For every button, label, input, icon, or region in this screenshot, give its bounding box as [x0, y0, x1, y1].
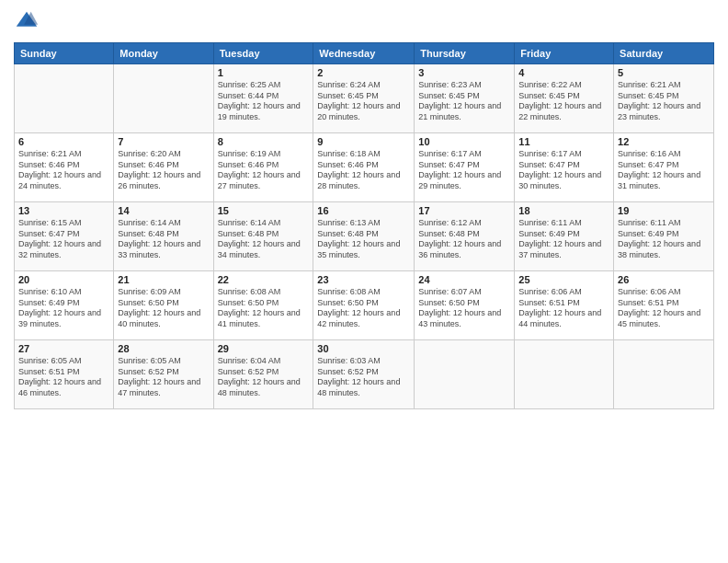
day-info: Sunrise: 6:03 AM Sunset: 6:52 PM Dayligh… — [317, 356, 410, 399]
calendar-cell: 16Sunrise: 6:13 AM Sunset: 6:48 PM Dayli… — [313, 202, 415, 271]
calendar-cell: 25Sunrise: 6:06 AM Sunset: 6:51 PM Dayli… — [515, 271, 614, 340]
day-number: 9 — [317, 136, 410, 147]
day-number: 15 — [218, 205, 310, 216]
day-info: Sunrise: 6:17 AM Sunset: 6:47 PM Dayligh… — [418, 149, 510, 192]
day-number: 10 — [418, 136, 510, 147]
calendar-cell: 2Sunrise: 6:24 AM Sunset: 6:45 PM Daylig… — [313, 64, 415, 133]
day-number: 18 — [518, 205, 609, 216]
calendar-cell: 22Sunrise: 6:08 AM Sunset: 6:50 PM Dayli… — [213, 271, 313, 340]
calendar-cell — [614, 340, 714, 409]
day-number: 24 — [418, 274, 510, 285]
day-info: Sunrise: 6:21 AM Sunset: 6:46 PM Dayligh… — [18, 149, 109, 192]
calendar-cell: 17Sunrise: 6:12 AM Sunset: 6:48 PM Dayli… — [415, 202, 515, 271]
day-info: Sunrise: 6:15 AM Sunset: 6:47 PM Dayligh… — [18, 218, 109, 261]
day-info: Sunrise: 6:23 AM Sunset: 6:45 PM Dayligh… — [418, 80, 510, 123]
calendar-cell — [15, 64, 114, 133]
day-number: 27 — [18, 343, 109, 354]
day-number: 22 — [218, 274, 310, 285]
day-info: Sunrise: 6:20 AM Sunset: 6:46 PM Dayligh… — [118, 149, 209, 192]
day-number: 30 — [317, 343, 410, 354]
weekday-header-friday: Friday — [515, 43, 614, 64]
calendar-cell: 9Sunrise: 6:18 AM Sunset: 6:46 PM Daylig… — [313, 133, 415, 202]
day-number: 28 — [118, 343, 209, 354]
day-number: 23 — [317, 274, 410, 285]
day-number: 11 — [518, 136, 609, 147]
calendar-cell: 10Sunrise: 6:17 AM Sunset: 6:47 PM Dayli… — [415, 133, 515, 202]
calendar-week-3: 13Sunrise: 6:15 AM Sunset: 6:47 PM Dayli… — [15, 202, 714, 271]
day-number: 16 — [317, 205, 410, 216]
calendar-cell: 8Sunrise: 6:19 AM Sunset: 6:46 PM Daylig… — [213, 133, 313, 202]
weekday-header-wednesday: Wednesday — [313, 43, 415, 64]
calendar-cell: 1Sunrise: 6:25 AM Sunset: 6:44 PM Daylig… — [213, 64, 313, 133]
day-info: Sunrise: 6:05 AM Sunset: 6:52 PM Dayligh… — [118, 356, 209, 399]
calendar-cell: 29Sunrise: 6:04 AM Sunset: 6:52 PM Dayli… — [213, 340, 313, 409]
calendar-week-4: 20Sunrise: 6:10 AM Sunset: 6:49 PM Dayli… — [15, 271, 714, 340]
day-info: Sunrise: 6:06 AM Sunset: 6:51 PM Dayligh… — [518, 287, 609, 330]
day-info: Sunrise: 6:10 AM Sunset: 6:49 PM Dayligh… — [18, 287, 109, 330]
calendar-cell: 24Sunrise: 6:07 AM Sunset: 6:50 PM Dayli… — [415, 271, 515, 340]
calendar-week-1: 1Sunrise: 6:25 AM Sunset: 6:44 PM Daylig… — [15, 64, 714, 133]
day-number: 3 — [418, 67, 510, 78]
day-info: Sunrise: 6:22 AM Sunset: 6:45 PM Dayligh… — [518, 80, 609, 123]
calendar-cell: 3Sunrise: 6:23 AM Sunset: 6:45 PM Daylig… — [415, 64, 515, 133]
day-number: 13 — [18, 205, 109, 216]
calendar-cell — [114, 64, 213, 133]
calendar-cell: 18Sunrise: 6:11 AM Sunset: 6:49 PM Dayli… — [515, 202, 614, 271]
day-info: Sunrise: 6:19 AM Sunset: 6:46 PM Dayligh… — [218, 149, 310, 192]
day-number: 20 — [18, 274, 109, 285]
calendar-cell: 21Sunrise: 6:09 AM Sunset: 6:50 PM Dayli… — [114, 271, 213, 340]
logo — [14, 9, 43, 35]
weekday-header-saturday: Saturday — [614, 43, 714, 64]
day-info: Sunrise: 6:09 AM Sunset: 6:50 PM Dayligh… — [118, 287, 209, 330]
day-number: 29 — [218, 343, 310, 354]
day-info: Sunrise: 6:11 AM Sunset: 6:49 PM Dayligh… — [518, 218, 609, 261]
logo-icon — [14, 9, 40, 35]
day-info: Sunrise: 6:17 AM Sunset: 6:47 PM Dayligh… — [518, 149, 609, 192]
calendar: SundayMondayTuesdayWednesdayThursdayFrid… — [14, 42, 714, 409]
calendar-cell: 7Sunrise: 6:20 AM Sunset: 6:46 PM Daylig… — [114, 133, 213, 202]
day-info: Sunrise: 6:21 AM Sunset: 6:45 PM Dayligh… — [618, 80, 710, 123]
day-number: 2 — [317, 67, 410, 78]
calendar-cell: 27Sunrise: 6:05 AM Sunset: 6:51 PM Dayli… — [15, 340, 114, 409]
day-number: 7 — [118, 136, 209, 147]
calendar-cell: 19Sunrise: 6:11 AM Sunset: 6:49 PM Dayli… — [614, 202, 714, 271]
day-info: Sunrise: 6:14 AM Sunset: 6:48 PM Dayligh… — [118, 218, 209, 261]
day-number: 17 — [418, 205, 510, 216]
day-info: Sunrise: 6:13 AM Sunset: 6:48 PM Dayligh… — [317, 218, 410, 261]
weekday-header-thursday: Thursday — [415, 43, 515, 64]
calendar-cell — [515, 340, 614, 409]
calendar-cell: 23Sunrise: 6:08 AM Sunset: 6:50 PM Dayli… — [313, 271, 415, 340]
day-info: Sunrise: 6:08 AM Sunset: 6:50 PM Dayligh… — [218, 287, 310, 330]
day-number: 26 — [618, 274, 710, 285]
day-info: Sunrise: 6:06 AM Sunset: 6:51 PM Dayligh… — [618, 287, 710, 330]
weekday-header-monday: Monday — [114, 43, 213, 64]
day-info: Sunrise: 6:16 AM Sunset: 6:47 PM Dayligh… — [618, 149, 710, 192]
calendar-cell: 13Sunrise: 6:15 AM Sunset: 6:47 PM Dayli… — [15, 202, 114, 271]
day-info: Sunrise: 6:12 AM Sunset: 6:48 PM Dayligh… — [418, 218, 510, 261]
day-number: 14 — [118, 205, 209, 216]
day-info: Sunrise: 6:08 AM Sunset: 6:50 PM Dayligh… — [317, 287, 410, 330]
calendar-week-5: 27Sunrise: 6:05 AM Sunset: 6:51 PM Dayli… — [15, 340, 714, 409]
day-number: 21 — [118, 274, 209, 285]
calendar-cell: 20Sunrise: 6:10 AM Sunset: 6:49 PM Dayli… — [15, 271, 114, 340]
calendar-header-row: SundayMondayTuesdayWednesdayThursdayFrid… — [15, 43, 714, 64]
day-info: Sunrise: 6:24 AM Sunset: 6:45 PM Dayligh… — [317, 80, 410, 123]
day-number: 5 — [618, 67, 710, 78]
calendar-cell — [415, 340, 515, 409]
day-info: Sunrise: 6:18 AM Sunset: 6:46 PM Dayligh… — [317, 149, 410, 192]
day-info: Sunrise: 6:07 AM Sunset: 6:50 PM Dayligh… — [418, 287, 510, 330]
header — [14, 9, 714, 35]
day-info: Sunrise: 6:11 AM Sunset: 6:49 PM Dayligh… — [618, 218, 710, 261]
day-number: 25 — [518, 274, 609, 285]
day-info: Sunrise: 6:14 AM Sunset: 6:48 PM Dayligh… — [218, 218, 310, 261]
calendar-cell: 26Sunrise: 6:06 AM Sunset: 6:51 PM Dayli… — [614, 271, 714, 340]
calendar-body: 1Sunrise: 6:25 AM Sunset: 6:44 PM Daylig… — [15, 64, 714, 409]
weekday-header-sunday: Sunday — [15, 43, 114, 64]
calendar-cell: 5Sunrise: 6:21 AM Sunset: 6:45 PM Daylig… — [614, 64, 714, 133]
day-number: 19 — [618, 205, 710, 216]
weekday-header-tuesday: Tuesday — [213, 43, 313, 64]
day-number: 12 — [618, 136, 710, 147]
calendar-week-2: 6Sunrise: 6:21 AM Sunset: 6:46 PM Daylig… — [15, 133, 714, 202]
calendar-cell: 12Sunrise: 6:16 AM Sunset: 6:47 PM Dayli… — [614, 133, 714, 202]
day-number: 6 — [18, 136, 109, 147]
